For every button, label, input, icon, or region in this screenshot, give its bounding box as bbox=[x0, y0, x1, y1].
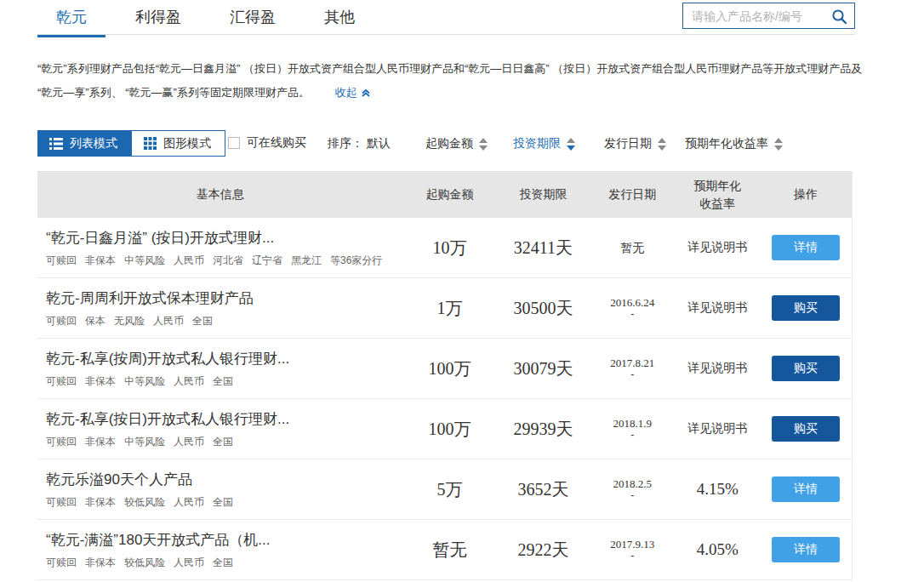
product-tag: 可赎回 bbox=[46, 315, 77, 327]
product-tag: 较低风险 bbox=[124, 496, 165, 508]
min-amount-value: 1万 bbox=[403, 297, 497, 320]
product-title[interactable]: 乾元乐溢90天个人产品 bbox=[46, 470, 403, 489]
product-tag: 全国 bbox=[213, 436, 233, 448]
min-amount-value: 暂无 bbox=[403, 539, 497, 562]
list-mode-icon bbox=[49, 138, 63, 150]
sort-arrows-icon bbox=[479, 138, 488, 151]
view-mode-switch: 列表模式 图形模式 bbox=[37, 130, 225, 157]
product-tag: 中等风险 bbox=[124, 375, 165, 387]
product-tag: 人民币 bbox=[174, 375, 204, 387]
product-tag: 非保本 bbox=[85, 254, 116, 266]
issue-date-value: 暂无 bbox=[590, 242, 675, 254]
product-tag: 黑龙江 bbox=[291, 254, 322, 266]
wealth-product-list-page: 乾元 利得盈 汇得盈 其他 “乾元”系列理财产品包括“乾元—日鑫月溢” （按日）… bbox=[0, 0, 924, 582]
header-yield-line2: 收益率 bbox=[675, 195, 760, 213]
product-tag: 非保本 bbox=[85, 436, 116, 448]
issue-date-value: 2017.8.21 bbox=[590, 357, 675, 369]
product-tag: 可赎回 bbox=[46, 375, 77, 387]
product-tag: 人民币 bbox=[153, 315, 184, 327]
min-amount-value: 10万 bbox=[403, 237, 497, 260]
term-value: 29939天 bbox=[496, 418, 590, 441]
sorter-investment-term[interactable]: 投资期限 bbox=[513, 136, 575, 151]
product-tag: 全国 bbox=[213, 496, 233, 508]
list-toolbar: 列表模式 图形模式 可在线购买 排序： 默认 起购金额 投资期限 发行日期 预期… bbox=[37, 130, 887, 157]
product-tags: 可赎回非保本中等风险人民币河北省辽宁省黑龙江等36家分行 bbox=[46, 254, 403, 268]
product-tag: 辽宁省 bbox=[252, 254, 282, 266]
sort-arrows-icon bbox=[658, 138, 666, 151]
product-tag: 全国 bbox=[213, 375, 233, 387]
product-title[interactable]: “乾元-满溢”180天开放式产品（机... bbox=[46, 530, 403, 550]
product-tag: 无风险 bbox=[114, 315, 145, 327]
table-row: 乾元-私享(按日)开放式私人银行理财... 可赎回非保本中等风险人民币全国 10… bbox=[37, 399, 852, 459]
category-tabbar: 乾元 利得盈 汇得盈 其他 bbox=[37, 0, 855, 35]
series-description: “乾元”系列理财产品包括“乾元—日鑫月溢” （按日）开放式资产组合型人民币理财产… bbox=[37, 57, 887, 105]
product-tag: 全国 bbox=[192, 315, 213, 327]
issue-date-cell: 2016.6.24 - bbox=[590, 296, 675, 320]
tab-lideying[interactable]: 利得盈 bbox=[117, 0, 200, 36]
product-title[interactable]: “乾元-日鑫月溢” (按日)开放式理财... bbox=[46, 228, 403, 248]
term-value: 2922天 bbox=[496, 539, 590, 562]
table-row: 乾元-周周利开放式保本理财产品 可赎回保本无风险人民币全国 1万 30500天 … bbox=[37, 278, 852, 339]
detail-button[interactable]: 详情 bbox=[772, 235, 840, 260]
yield-value: 详见说明书 bbox=[675, 300, 760, 316]
product-tag: 中等风险 bbox=[124, 254, 165, 266]
list-mode-button[interactable]: 列表模式 bbox=[37, 130, 131, 157]
product-tags: 可赎回非保本较低风险人民币全国 bbox=[46, 495, 403, 510]
tab-qita[interactable]: 其他 bbox=[305, 0, 374, 36]
sorter-expected-yield[interactable]: 预期年化收益率 bbox=[685, 136, 783, 151]
issue-date-dash: - bbox=[590, 430, 675, 441]
product-tags: 可赎回非保本较低风险人民币全国 bbox=[46, 556, 403, 570]
product-title[interactable]: 乾元-私享(按周)开放式私人银行理财... bbox=[46, 349, 403, 368]
online-purchase-label: 可在线购买 bbox=[247, 135, 306, 151]
header-min-amount: 起购金额 bbox=[403, 187, 497, 203]
tab-huideying[interactable]: 汇得盈 bbox=[211, 0, 294, 36]
collapse-link[interactable]: 收起 bbox=[335, 81, 371, 105]
term-value: 3652天 bbox=[496, 478, 590, 501]
header-basic-info: 基本信息 bbox=[37, 187, 403, 203]
product-tag: 人民币 bbox=[174, 436, 204, 448]
product-title[interactable]: 乾元-私享(按日)开放式私人银行理财... bbox=[46, 409, 403, 429]
product-title[interactable]: 乾元-周周利开放式保本理财产品 bbox=[46, 288, 403, 308]
yield-value: 详见说明书 bbox=[675, 421, 760, 436]
product-tag: 人民币 bbox=[174, 496, 204, 508]
search-icon[interactable] bbox=[831, 9, 847, 28]
issue-date-cell: 2017.9.13 - bbox=[590, 538, 675, 562]
online-purchase-filter[interactable]: 可在线购买 bbox=[228, 135, 306, 151]
min-amount-value: 100万 bbox=[403, 357, 497, 380]
table-row: 乾元-私享(按周)开放式私人银行理财... 可赎回非保本中等风险人民币全国 10… bbox=[37, 339, 852, 399]
issue-date-dash: - bbox=[590, 309, 675, 320]
online-purchase-checkbox[interactable] bbox=[228, 137, 240, 149]
tab-qianyuan[interactable]: 乾元 bbox=[37, 0, 106, 36]
grid-mode-button[interactable]: 图形模式 bbox=[131, 130, 225, 157]
product-tag: 等36家分行 bbox=[330, 254, 382, 266]
sorter-issue-date[interactable]: 发行日期 bbox=[604, 136, 666, 151]
issue-date-cell: 2017.8.21 - bbox=[590, 357, 675, 380]
issue-date-value: 2016.6.24 bbox=[590, 296, 675, 309]
product-table: 基本信息 起购金额 投资期限 发行日期 预期年化 收益率 操作 “乾元-日鑫月溢… bbox=[37, 171, 853, 580]
sort-default-label[interactable]: 排序： 默认 bbox=[328, 136, 391, 151]
product-tags: 可赎回非保本中等风险人民币全国 bbox=[46, 374, 403, 389]
sorter-label: 起购金额 bbox=[425, 136, 473, 151]
sorter-label: 发行日期 bbox=[604, 136, 652, 151]
term-value: 32411天 bbox=[496, 237, 590, 260]
grid-mode-label: 图形模式 bbox=[163, 136, 211, 151]
issue-date-value: 2017.9.13 bbox=[590, 538, 675, 551]
search-input[interactable] bbox=[692, 4, 828, 27]
list-mode-label: 列表模式 bbox=[70, 136, 117, 151]
detail-button[interactable]: 详情 bbox=[772, 537, 840, 562]
sorter-min-amount[interactable]: 起购金额 bbox=[425, 136, 488, 151]
buy-button[interactable]: 购买 bbox=[772, 416, 840, 442]
product-tag: 非保本 bbox=[85, 375, 116, 387]
issue-date-dash: - bbox=[590, 490, 675, 501]
buy-button[interactable]: 购买 bbox=[772, 295, 840, 321]
sort-arrows-icon bbox=[567, 138, 575, 151]
product-tag: 可赎回 bbox=[46, 436, 77, 448]
product-tags: 可赎回保本无风险人民币全国 bbox=[46, 314, 403, 328]
yield-value: 4.15% bbox=[675, 480, 760, 499]
issue-date-cell: 暂无 bbox=[590, 242, 675, 254]
buy-button[interactable]: 购买 bbox=[772, 356, 840, 381]
product-tag: 较低风险 bbox=[124, 556, 165, 568]
table-row: “乾元-满溢”180天开放式产品（机... 可赎回非保本较低风险人民币全国 暂无… bbox=[37, 520, 852, 580]
detail-button[interactable]: 详情 bbox=[772, 476, 840, 502]
product-tag: 非保本 bbox=[85, 556, 116, 568]
